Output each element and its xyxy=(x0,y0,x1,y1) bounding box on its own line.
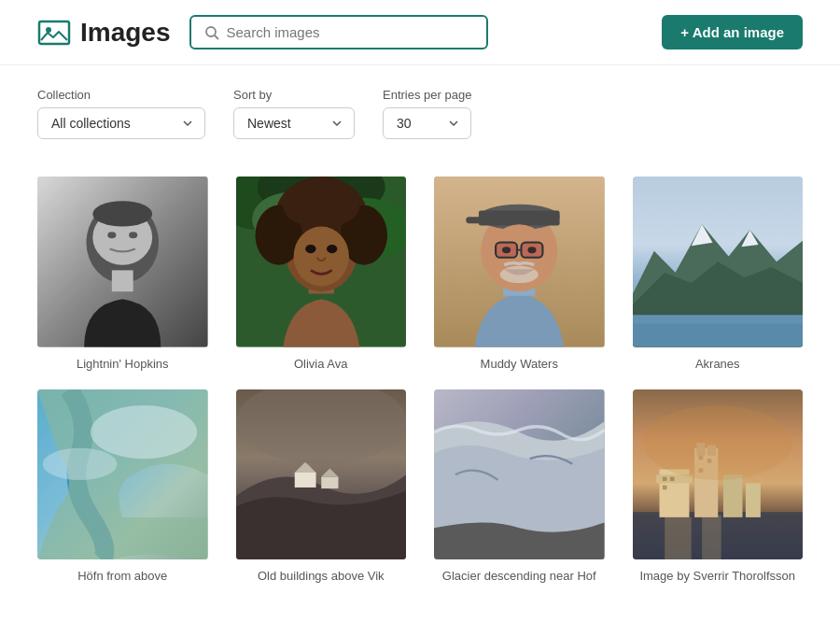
image-thumb-akranes xyxy=(633,177,804,347)
entries-select[interactable]: 10 20 30 50 100 xyxy=(383,107,471,139)
svg-point-1 xyxy=(46,27,51,33)
svg-rect-57 xyxy=(665,516,692,559)
svg-point-25 xyxy=(326,245,336,253)
image-card-akranes[interactable]: Akranes xyxy=(633,177,804,371)
svg-point-46 xyxy=(91,405,197,459)
svg-point-41 xyxy=(500,266,539,283)
logo-area: Images xyxy=(37,16,171,49)
search-box[interactable] xyxy=(189,15,488,49)
svg-rect-7 xyxy=(112,270,133,291)
page-title: Images xyxy=(80,18,171,48)
image-thumb-olivia-ava xyxy=(236,177,407,347)
svg-point-24 xyxy=(305,245,315,253)
svg-rect-32 xyxy=(466,217,487,223)
images-grid: Lightnin' Hopkins xyxy=(0,148,840,611)
svg-point-22 xyxy=(283,185,359,228)
svg-rect-67 xyxy=(669,476,674,481)
image-card-lightnin-hopkins[interactable]: Lightnin' Hopkins xyxy=(37,177,208,371)
image-thumb-muddy-waters xyxy=(434,177,605,347)
collection-select[interactable]: All collections Nature People Landscapes xyxy=(37,107,205,139)
sort-label: Sort by xyxy=(233,88,355,102)
image-card-image-by-sverrir-thorolfsson[interactable]: Image by Sverrir Thorolfsson xyxy=(633,389,804,584)
svg-rect-0 xyxy=(39,21,69,44)
image-preview-hofn-from-above xyxy=(37,389,208,560)
image-card-olivia-ava[interactable]: Olivia Ava xyxy=(236,177,407,371)
image-label-old-buildings-above-vik: Old buildings above Vik xyxy=(258,569,385,583)
svg-point-40 xyxy=(527,247,536,253)
image-label-hofn-from-above: Höfn from above xyxy=(77,569,167,583)
image-card-glacier-descending-near-hof[interactable]: Glacier descending near Hof xyxy=(434,389,605,584)
image-thumb-hofn-from-above xyxy=(37,389,208,560)
svg-rect-49 xyxy=(294,472,315,487)
image-preview-glacier-descending-near-hof xyxy=(434,389,605,560)
filters-bar: Collection All collections Nature People… xyxy=(0,65,840,148)
images-icon xyxy=(37,16,71,49)
image-label-muddy-waters: Muddy Waters xyxy=(481,357,558,371)
image-label-akranes: Akranes xyxy=(695,357,740,371)
svg-rect-58 xyxy=(702,515,721,559)
svg-rect-51 xyxy=(321,476,338,488)
entries-label: Entries per page xyxy=(383,88,471,102)
collection-label: Collection xyxy=(37,88,205,102)
svg-rect-65 xyxy=(745,483,760,517)
svg-point-8 xyxy=(107,232,116,238)
image-card-hofn-from-above[interactable]: Höfn from above xyxy=(37,389,208,584)
header: Images + Add an image xyxy=(0,0,840,65)
collection-filter: Collection All collections Nature People… xyxy=(37,88,205,139)
search-input[interactable] xyxy=(227,24,473,40)
svg-rect-64 xyxy=(722,474,742,517)
svg-point-9 xyxy=(129,232,137,238)
svg-point-23 xyxy=(293,227,348,287)
image-label-glacier-descending-near-hof: Glacier descending near Hof xyxy=(442,569,596,583)
svg-rect-44 xyxy=(633,315,804,323)
image-card-old-buildings-above-vik[interactable]: Old buildings above Vik xyxy=(236,389,407,584)
image-label-olivia-ava: Olivia Ava xyxy=(294,357,348,371)
image-preview-lightnin-hopkins xyxy=(37,177,208,347)
svg-point-47 xyxy=(43,447,118,479)
image-preview-olivia-ava xyxy=(236,177,407,347)
entries-filter: Entries per page 10 20 30 50 100 xyxy=(383,88,471,139)
add-image-button[interactable]: + Add an image xyxy=(662,15,803,49)
svg-rect-68 xyxy=(662,485,666,489)
image-thumb-old-buildings-above-vik xyxy=(236,389,407,560)
image-card-muddy-waters[interactable]: Muddy Waters xyxy=(434,177,605,371)
sort-filter: Sort by Newest Oldest Alphabetical xyxy=(233,88,355,139)
image-preview-akranes xyxy=(633,177,804,347)
image-label-image-by-sverrir-thorolfsson: Image by Sverrir Thorolfsson xyxy=(639,569,795,583)
image-thumb-glacier-descending-near-hof xyxy=(434,389,605,560)
image-thumb-image-by-sverrir-thorolfsson xyxy=(633,389,804,560)
sort-select[interactable]: Newest Oldest Alphabetical xyxy=(233,107,355,139)
svg-point-72 xyxy=(643,405,792,480)
image-label-lightnin-hopkins: Lightnin' Hopkins xyxy=(77,357,169,371)
image-preview-image-by-sverrir-thorolfsson xyxy=(633,389,804,560)
svg-point-39 xyxy=(502,247,511,253)
image-preview-old-buildings-above-vik xyxy=(236,389,407,560)
svg-point-10 xyxy=(92,201,152,226)
svg-rect-66 xyxy=(662,476,666,481)
search-icon xyxy=(204,25,219,40)
image-thumb-lightnin-hopkins xyxy=(37,177,208,347)
svg-rect-31 xyxy=(479,211,560,226)
image-preview-muddy-waters xyxy=(434,177,605,347)
